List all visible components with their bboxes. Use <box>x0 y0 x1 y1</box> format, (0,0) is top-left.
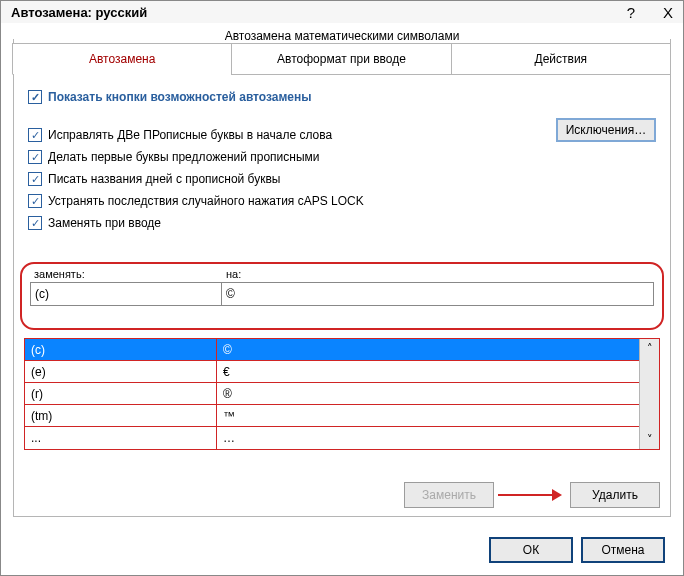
replace-col-label: заменять: <box>34 268 226 280</box>
checkbox-icon: ✓ <box>28 90 42 104</box>
exceptions-button[interactable]: Исключения… <box>556 118 656 142</box>
tab-label: Автозамена <box>89 52 155 66</box>
button-label: ОК <box>523 543 539 557</box>
ok-button[interactable]: ОК <box>489 537 573 563</box>
with-input[interactable] <box>221 282 654 306</box>
cell-with: ® <box>217 387 639 401</box>
tab-strip: Автозамена Автоформат при вводе Действия <box>13 43 671 75</box>
checkbox-icon: ✓ <box>28 216 42 230</box>
tab-autocorrect[interactable]: Автозамена <box>12 43 232 75</box>
list-scrollbar[interactable]: ˄ ˅ <box>639 339 659 449</box>
check-label: Писать названия дней с прописной буквы <box>48 172 280 186</box>
check-label: Исправлять ДВе ПРописные буквы в начале … <box>48 128 332 142</box>
checkbox-icon: ✓ <box>28 150 42 164</box>
dialog-button-row: ОК Отмена <box>481 537 665 563</box>
cell-with: © <box>217 343 639 357</box>
arrow-annotation <box>498 489 562 501</box>
checkbox-icon: ✓ <box>28 128 42 142</box>
button-label: Заменить <box>422 488 476 502</box>
tab-content: ✓ Показать кнопки возможностей автозамен… <box>13 74 671 517</box>
check-label: Заменять при вводе <box>48 216 161 230</box>
checkbox-icon: ✓ <box>28 194 42 208</box>
cell-with: ™ <box>217 409 639 423</box>
scroll-down-icon[interactable]: ˅ <box>647 433 653 446</box>
list-row[interactable]: (c) © <box>25 339 639 361</box>
groupbox-legend: Автозамена математическими символами <box>219 29 466 43</box>
check-label: Устранять последствия случайного нажатия… <box>48 194 364 208</box>
check-day-caps[interactable]: ✓ Писать названия дней с прописной буквы <box>28 168 656 190</box>
check-replace-typing[interactable]: ✓ Заменять при вводе <box>28 212 656 234</box>
list-row[interactable]: (tm) ™ <box>25 405 639 427</box>
button-label: Исключения… <box>566 123 647 137</box>
close-icon[interactable]: X <box>663 4 673 21</box>
tab-label: Действия <box>535 52 588 66</box>
list-row[interactable]: (r) ® <box>25 383 639 405</box>
list-row[interactable]: (e) € <box>25 361 639 383</box>
window-title: Автозамена: русский <box>11 5 147 20</box>
list-body[interactable]: (c) © (e) € (r) ® (tm) ™ ... … <box>25 339 639 449</box>
input-zone-annotation: заменять: на: <box>20 262 664 330</box>
replace-input[interactable] <box>30 282 222 306</box>
check-show-buttons[interactable]: ✓ Показать кнопки возможностей автозамен… <box>28 86 656 108</box>
cell-replace: (e) <box>25 361 217 382</box>
button-label: Удалить <box>592 488 638 502</box>
replacement-list: (c) © (e) € (r) ® (tm) ™ ... … <box>24 338 660 450</box>
button-label: Отмена <box>601 543 644 557</box>
cell-replace: (c) <box>25 339 217 360</box>
list-row[interactable]: ... … <box>25 427 639 449</box>
check-capslock[interactable]: ✓ Устранять последствия случайного нажат… <box>28 190 656 212</box>
titlebar-controls: ? X <box>627 4 673 21</box>
tab-actions[interactable]: Действия <box>451 43 671 75</box>
check-label: Делать первые буквы предложений прописны… <box>48 150 320 164</box>
check-sentence-caps[interactable]: ✓ Делать первые буквы предложений пропис… <box>28 146 656 168</box>
inner-button-row: Заменить Удалить <box>396 482 660 508</box>
cell-with: € <box>217 365 639 379</box>
delete-button[interactable]: Удалить <box>570 482 660 508</box>
autocorrect-dialog: Автозамена: русский ? X Автозамена матем… <box>0 0 684 576</box>
cell-replace: ... <box>25 427 217 449</box>
help-icon[interactable]: ? <box>627 4 635 21</box>
check-label: Показать кнопки возможностей автозамены <box>48 90 312 104</box>
cell-replace: (r) <box>25 383 217 404</box>
cell-replace: (tm) <box>25 405 217 426</box>
tab-label: Автоформат при вводе <box>277 52 406 66</box>
scroll-up-icon[interactable]: ˄ <box>647 342 653 355</box>
tab-autoformat[interactable]: Автоформат при вводе <box>231 43 451 75</box>
titlebar: Автозамена: русский ? X <box>1 1 683 23</box>
with-col-label: на: <box>226 268 241 280</box>
replace-button[interactable]: Заменить <box>404 482 494 508</box>
checkbox-icon: ✓ <box>28 172 42 186</box>
cancel-button[interactable]: Отмена <box>581 537 665 563</box>
column-labels: заменять: на: <box>30 268 654 280</box>
cell-with: … <box>217 431 639 445</box>
